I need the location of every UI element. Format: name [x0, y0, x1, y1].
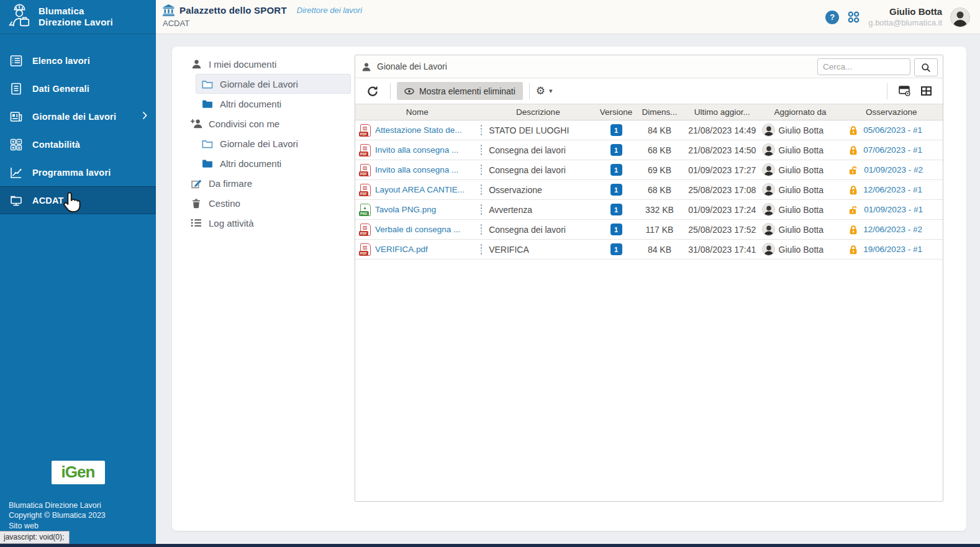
- help-button[interactable]: ?: [825, 11, 839, 24]
- row-menu-kebab-icon[interactable]: [479, 143, 484, 156]
- column-header-osservazione[interactable]: Osservazione: [840, 104, 943, 120]
- observation-link[interactable]: 12/06/2023 - #2: [863, 225, 922, 234]
- toolbar-divider: [887, 83, 887, 99]
- lock-open-icon: [848, 165, 859, 175]
- column-header-nome[interactable]: Nome: [355, 104, 479, 120]
- tree-item-altri-documenti[interactable]: Altri documenti: [196, 94, 351, 114]
- file-name-link[interactable]: Layout AREA CANTIE...: [375, 185, 465, 194]
- show-deleted-button[interactable]: Mostra elementi eliminati: [397, 82, 523, 100]
- folder-open-icon: [201, 79, 214, 89]
- search-icon: [921, 63, 931, 73]
- column-header-ultimoaggior[interactable]: Ultimo aggior...: [684, 104, 761, 120]
- sidebar-item-dati-generali[interactable]: Dati Generali: [0, 75, 156, 102]
- search-input[interactable]: [817, 58, 910, 75]
- sidebar-item-elenco-lavori[interactable]: Elenco lavori: [0, 47, 156, 75]
- row-menu-kebab-icon[interactable]: [479, 243, 484, 255]
- tree-item-giornale-dei-lavori[interactable]: Giornale dei Lavori: [196, 74, 351, 94]
- toolbar-divider: [529, 83, 530, 99]
- folder-icon: [201, 159, 214, 168]
- tree-item-label: Da firmare: [209, 178, 252, 189]
- lock-closed-icon: [848, 245, 858, 255]
- updater-name: Giulio Botta: [779, 145, 823, 155]
- version-badge: 1: [610, 224, 622, 235]
- file-name-link[interactable]: VERIFICA.pdf: [375, 245, 428, 254]
- last-updated: 01/09/2023 17:24: [684, 205, 761, 215]
- log-icon: [190, 218, 202, 228]
- file-size: 69 KB: [635, 165, 684, 175]
- apps-grid-icon[interactable]: [847, 11, 860, 24]
- column-visibility-button[interactable]: [894, 83, 916, 99]
- lock-closed-icon: [848, 185, 858, 195]
- updater-avatar: [762, 143, 775, 156]
- search-button[interactable]: [914, 58, 938, 76]
- row-menu-kebab-icon[interactable]: [479, 203, 484, 215]
- tree-item-condivisi-con-me[interactable]: Condivisi con me: [184, 114, 351, 133]
- igen-logo[interactable]: iGen: [52, 461, 105, 484]
- sidebar-item-contabilità[interactable]: Contabilità: [0, 130, 156, 158]
- user-avatar[interactable]: [950, 7, 970, 27]
- user-email: g.botta@blumatica.it: [868, 18, 942, 28]
- updater-avatar: [762, 243, 775, 256]
- file-name-link[interactable]: Attestazione Stato de...: [375, 125, 462, 135]
- table-row[interactable]: ▨PDFLayout AREA CANTIE...Osservazione168…: [355, 180, 943, 200]
- row-menu-kebab-icon[interactable]: [479, 163, 484, 176]
- sidebar-item-acdat[interactable]: ACDAT: [0, 186, 156, 214]
- settings-dropdown-button[interactable]: ⚙ ▾: [536, 84, 553, 97]
- file-name-link[interactable]: Tavola PNG.png: [375, 205, 436, 214]
- table-row[interactable]: ▲PNGTavola PNG.pngAvvertenza1332 KB01/09…: [355, 200, 943, 220]
- status-tooltip: javascript: void(0);: [0, 531, 70, 544]
- table-row[interactable]: ▨PDFInvito alla consegna ...Consegna dei…: [355, 140, 943, 160]
- table-row[interactable]: ▨PDFVerbale di consegna ...Consegna dei …: [355, 220, 943, 240]
- documents-panel: Gionale dei Lavori: [355, 55, 943, 502]
- sidebar-item-label: Programma lavori: [32, 168, 111, 178]
- column-header-versione[interactable]: Versione: [597, 104, 635, 120]
- tree-item-cestino[interactable]: Cestino: [184, 193, 351, 213]
- table-row[interactable]: ▨PDFInvito alla consegna ...Consegna dei…: [355, 160, 943, 180]
- row-menu-kebab-icon[interactable]: [479, 124, 484, 136]
- pdf-file-icon: ▨PDF: [360, 144, 371, 156]
- observation-link[interactable]: 01/09/2023 - #1: [864, 205, 923, 214]
- sidebar-footer: iGen Blumatica Direzione Lavori Copyrigh…: [0, 461, 156, 531]
- row-menu-kebab-icon[interactable]: [479, 183, 484, 196]
- column-header-descrizione[interactable]: Descrizione: [479, 104, 597, 120]
- tree-item-log-attività[interactable]: Log attività: [184, 213, 351, 233]
- row-menu-kebab-icon[interactable]: [479, 223, 484, 235]
- file-name-link[interactable]: Verbale di consegna ...: [375, 225, 460, 234]
- tree-item-label: I miei documenti: [209, 59, 276, 70]
- sidebar-item-programma-lavori[interactable]: Programma lavori: [0, 158, 156, 186]
- last-updated: 25/08/2023 17:52: [684, 225, 761, 235]
- trash-icon: [190, 198, 202, 209]
- footer-website-link[interactable]: Sito web: [9, 521, 156, 531]
- file-name-link[interactable]: Invito alla consegna ...: [375, 145, 458, 155]
- file-size: 84 KB: [635, 125, 684, 135]
- last-updated: 21/08/2023 14:49: [684, 125, 761, 135]
- refresh-button[interactable]: [361, 83, 384, 100]
- tree-item-label: Log attività: [209, 218, 254, 228]
- observation-link[interactable]: 07/06/2023 - #1: [863, 145, 922, 155]
- tree-item-altri-documenti[interactable]: Altri documenti: [196, 153, 351, 173]
- lock-closed-icon: [848, 225, 858, 235]
- column-header-aggiornatoda[interactable]: Aggiornato da: [761, 104, 840, 120]
- version-badge: 1: [610, 243, 622, 255]
- tree-item-i-miei-documenti[interactable]: I miei documenti: [184, 54, 351, 74]
- last-updated: 01/09/2023 17:27: [684, 165, 761, 175]
- updater-avatar: [762, 124, 775, 137]
- tree-item-giornale-dei-lavori[interactable]: Giornale dei Lavori: [196, 133, 351, 153]
- sidebar-item-giornale-dei-lavori[interactable]: Giornale dei Lavori: [0, 102, 156, 130]
- table-row[interactable]: ▨PDFAttestazione Stato de...STATO DEI LU…: [355, 120, 943, 140]
- observation-link[interactable]: 12/06/2023 - #1: [863, 185, 922, 194]
- lock-closed-icon: [848, 125, 858, 135]
- file-name-link[interactable]: Invito alla consegna ...: [375, 165, 458, 174]
- table-row[interactable]: ▨PDFVERIFICA.pdfVERIFICA184 KB31/08/2023…: [355, 240, 943, 260]
- version-badge: 1: [610, 144, 622, 156]
- file-description: STATO DEI LUOGHI: [489, 125, 569, 135]
- grid-view-button[interactable]: [916, 84, 937, 98]
- column-header-dimens[interactable]: Dimens...: [635, 104, 684, 120]
- lock-closed-icon: [848, 145, 858, 155]
- folder-tree: I miei documentiGiornale dei LavoriAltri…: [184, 54, 351, 233]
- sidebar-nav: Elenco lavoriDati GeneraliGiornale dei L…: [0, 47, 156, 214]
- tree-item-da-firmare[interactable]: Da firmare: [184, 173, 351, 193]
- observation-link[interactable]: 01/09/2023 - #2: [864, 165, 923, 174]
- observation-link[interactable]: 19/06/2023 - #1: [863, 245, 922, 254]
- observation-link[interactable]: 05/06/2023 - #1: [863, 125, 922, 135]
